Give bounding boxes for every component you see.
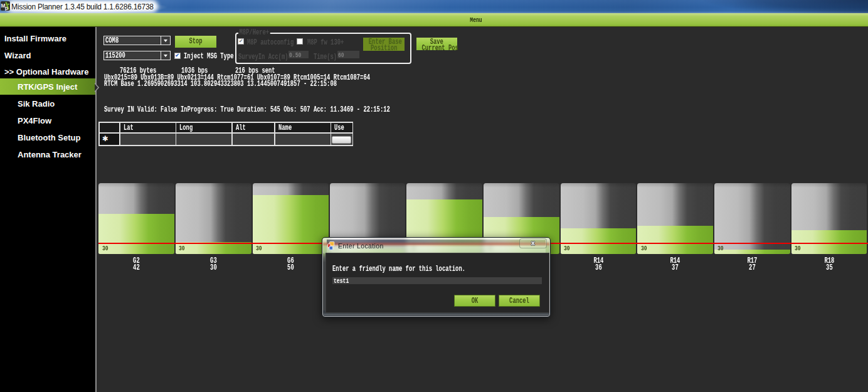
svg-text:p: p <box>5 5 8 11</box>
